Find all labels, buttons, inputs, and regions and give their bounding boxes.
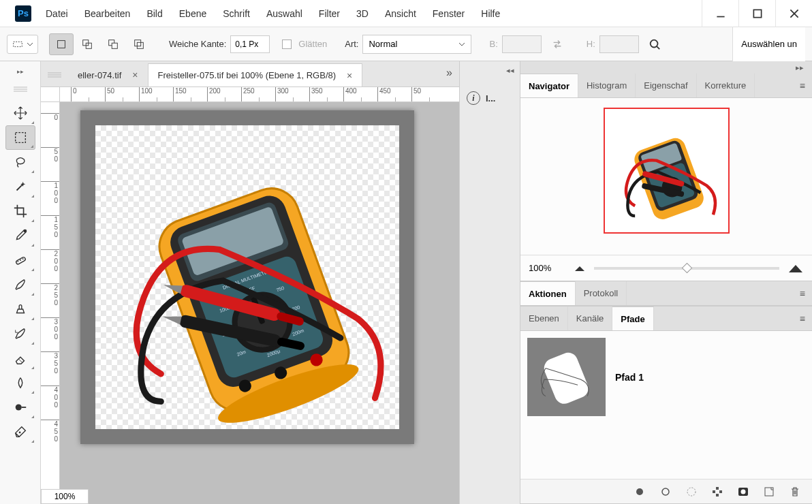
eyedropper-tool[interactable] [5, 223, 35, 248]
eraser-tool[interactable] [5, 346, 35, 371]
close-icon[interactable]: × [347, 70, 352, 81]
tabs-overflow[interactable]: » [446, 67, 452, 79]
menu-fenster[interactable]: Fenster [425, 4, 472, 23]
clone-stamp-tool[interactable] [5, 297, 35, 321]
magic-wand-tool[interactable] [5, 174, 35, 199]
zoom-slider[interactable] [594, 267, 779, 270]
document-tab-1[interactable]: eller-074.tif× [68, 63, 149, 86]
minimize-button[interactable] [702, 0, 738, 27]
delete-path-icon[interactable] [789, 486, 801, 498]
feather-input[interactable] [230, 35, 270, 53]
menu-schrift[interactable]: Schrift [215, 4, 257, 23]
close-button[interactable] [775, 0, 812, 27]
canvas-image: DIGITAL MULTIMETER OFF 750 200 200m [95, 125, 399, 429]
panel-collapse-icon[interactable]: ◂◂ [460, 64, 520, 76]
toolbar-grip[interactable] [7, 78, 34, 101]
svg-point-27 [18, 432, 20, 434]
zoom-in-icon[interactable] [787, 263, 804, 274]
svg-rect-67 [541, 349, 591, 407]
add-mask-icon[interactable] [737, 486, 749, 498]
swap-icon[interactable] [551, 38, 563, 50]
canvas[interactable]: DIGITAL MULTIMETER OFF 750 200 200m [80, 110, 414, 444]
ruler-horizontal[interactable]: 0 50 100 150 200 250 300 350 400 450 50 [60, 87, 459, 102]
marquee-tool[interactable] [5, 125, 35, 150]
pen-tool[interactable] [5, 420, 35, 444]
new-path-icon[interactable] [763, 486, 775, 498]
selection-subtract-icon[interactable] [101, 33, 125, 55]
svg-line-24 [18, 359, 22, 363]
crop-tool[interactable] [5, 199, 35, 223]
refine-edge-icon[interactable] [649, 38, 661, 50]
panel-tab-properties[interactable]: Eigenschaf [636, 74, 696, 97]
menu-hilfe[interactable]: Hilfe [473, 4, 507, 23]
brush-tool[interactable] [5, 272, 35, 297]
lasso-tool[interactable] [5, 150, 35, 174]
navigator-zoom-value[interactable]: 100% [529, 263, 565, 273]
document-tab-2[interactable]: Freisteller-075.tif bei 100% (Ebene 1, R… [149, 63, 363, 86]
path-item[interactable]: Pfad 1 [527, 338, 805, 416]
menu-ansicht[interactable]: Ansicht [377, 4, 424, 23]
height-input [599, 35, 639, 53]
selection-to-path-icon[interactable] [711, 486, 723, 498]
panel-menu-icon[interactable]: ≡ [800, 313, 805, 324]
zoom-out-icon[interactable] [574, 264, 586, 272]
style-select[interactable]: Normal [362, 35, 471, 54]
path-to-selection-icon[interactable] [685, 486, 698, 498]
ruler-origin[interactable] [41, 87, 60, 102]
ruler-tick: 100 [139, 87, 173, 101]
toolbar-collapse[interactable]: ▸▸ [0, 65, 40, 78]
svg-rect-74 [716, 494, 719, 497]
panel-tab-navigator[interactable]: Navigator [520, 74, 578, 97]
svg-rect-73 [719, 490, 722, 493]
tabs-grip[interactable] [41, 63, 68, 86]
chevron-down-icon [27, 41, 33, 48]
menu-auswahl[interactable]: Auswahl [259, 4, 310, 23]
panel-tab-paths[interactable]: Pfade [612, 306, 653, 330]
select-and-mask-button[interactable]: Auswählen un [732, 27, 805, 61]
panel-tab-history[interactable]: Protokoll [576, 281, 627, 305]
menu-bild[interactable]: Bild [139, 4, 170, 23]
options-bar: Weiche Kante: Glätten Art: Normal B: H: … [0, 27, 812, 61]
dodge-tool[interactable] [5, 395, 35, 420]
maximize-button[interactable] [738, 0, 775, 27]
history-brush-tool[interactable] [5, 321, 35, 346]
panel-tab-actions[interactable]: Aktionen [520, 281, 576, 305]
ruler-tick: 450 [377, 87, 411, 101]
svg-marker-66 [789, 265, 802, 272]
ruler-vertical[interactable]: 0 50 100 150 200 250 300 350 400 450 [41, 102, 60, 504]
fill-path-icon[interactable] [634, 486, 646, 498]
menu-ebene[interactable]: Ebene [172, 4, 214, 23]
healing-brush-tool[interactable] [5, 248, 35, 272]
zoom-display[interactable]: 100% [41, 489, 89, 504]
panel-tab-adjustments[interactable]: Korrekture [697, 74, 755, 97]
info-panel-tab[interactable]: i I... [460, 86, 520, 110]
navigator-thumbnail[interactable] [604, 108, 730, 234]
svg-point-21 [17, 261, 18, 262]
menu-filter[interactable]: Filter [311, 4, 347, 23]
panel-menu-icon[interactable]: ≡ [800, 80, 805, 91]
window-controls [702, 0, 812, 27]
tool-preset[interactable] [7, 35, 38, 54]
tab-label: eller-074.tif [78, 70, 121, 80]
menu-datei[interactable]: Datei [38, 4, 76, 23]
panel-menu-icon[interactable]: ≡ [800, 288, 805, 299]
move-tool[interactable] [5, 101, 35, 125]
selection-new-icon[interactable] [49, 33, 74, 55]
selection-intersect-icon[interactable] [127, 33, 151, 55]
menu-3d[interactable]: 3D [349, 4, 376, 23]
canvas-viewport[interactable]: DIGITAL MULTIMETER OFF 750 200 200m [60, 102, 459, 489]
dock-collapse[interactable]: ▸▸ [520, 61, 812, 74]
close-icon[interactable]: × [132, 69, 138, 80]
tab-label: Freisteller-075.tif bei 100% (Ebene 1, R… [158, 70, 337, 80]
panel-tab-layers[interactable]: Ebenen [520, 306, 568, 330]
selection-add-icon[interactable] [75, 33, 99, 55]
svg-rect-17 [15, 133, 25, 143]
stroke-path-icon[interactable] [659, 486, 672, 498]
blur-tool[interactable] [5, 371, 35, 395]
tools-panel: ▸▸ [0, 61, 41, 504]
menu-bearbeiten[interactable]: Bearbeiten [77, 4, 138, 23]
antialias-checkbox[interactable] [282, 40, 292, 49]
ruler-tick: 50 [105, 87, 139, 101]
panel-tab-histogram[interactable]: Histogram [578, 74, 636, 97]
panel-tab-channels[interactable]: Kanäle [568, 306, 612, 330]
